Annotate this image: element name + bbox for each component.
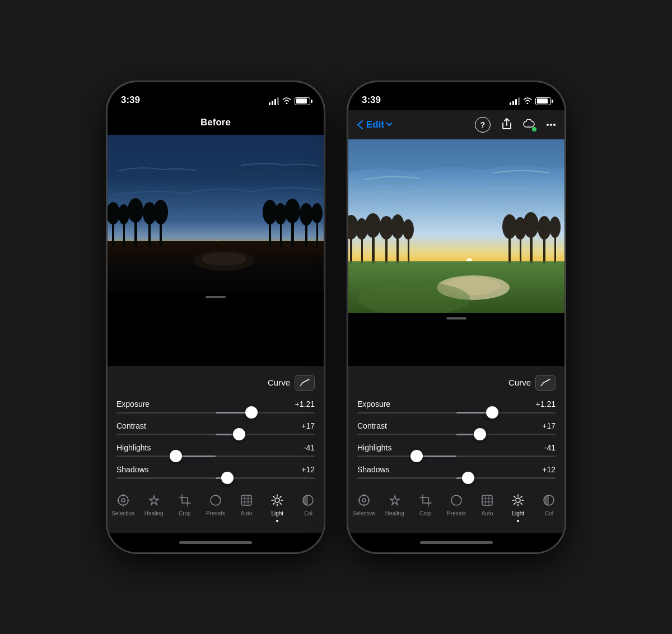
svg-point-63 [403, 219, 414, 239]
black-spacer-right [348, 313, 564, 366]
tool-col-right[interactable]: Col [535, 492, 563, 516]
light-icon-right [510, 492, 526, 508]
nav-bar-right: Edit ? [348, 110, 564, 139]
status-icons-left [269, 97, 310, 106]
svg-point-38 [275, 498, 279, 502]
col-icon-right [541, 492, 557, 508]
curve-button-left[interactable] [295, 375, 315, 391]
status-bar-right: 3:39 [348, 82, 564, 110]
home-bar-left [179, 541, 252, 544]
home-bar-right [420, 541, 493, 544]
edit-dropdown[interactable]: Edit [366, 119, 392, 130]
tool-crop-right[interactable]: Crop [412, 492, 440, 516]
svg-point-19 [284, 199, 300, 223]
selective-icon-right [356, 492, 372, 508]
tool-light-right[interactable]: Light [504, 492, 532, 522]
black-spacer-left [108, 292, 324, 366]
tool-crop-left[interactable]: Crop [171, 492, 199, 516]
tool-selective-left[interactable]: Selective [109, 492, 137, 516]
selective-icon-left [115, 492, 131, 508]
svg-rect-85 [482, 495, 492, 505]
battery-icon-right [535, 97, 551, 105]
tool-auto-left[interactable]: Auto [232, 492, 260, 516]
phone-after: 3:39 [347, 81, 566, 553]
svg-point-90 [516, 498, 520, 502]
photo-after-img [348, 139, 564, 313]
light-label-right: Light [512, 510, 524, 516]
edit-label: Edit [366, 119, 384, 130]
auto-icon-left [239, 492, 254, 508]
back-button[interactable] [357, 120, 363, 129]
cloud-button[interactable] [523, 119, 535, 130]
presets-label-right: Presets [447, 510, 466, 516]
col-label-left: Col [304, 510, 312, 516]
healing-icon-left [146, 492, 162, 508]
svg-point-25 [202, 252, 246, 266]
exposure-slider-left[interactable]: Exposure +1.21 [116, 400, 315, 414]
svg-point-69 [523, 212, 539, 238]
healing-label-left: Healing [144, 510, 164, 516]
status-icons-right [510, 97, 551, 106]
more-button[interactable] [547, 124, 556, 126]
svg-line-97 [521, 496, 522, 497]
light-active-dot-right [517, 520, 519, 522]
toolbar-left: Selective Healing [108, 487, 324, 533]
tool-col-left[interactable]: Col [294, 492, 322, 516]
home-indicator-left [108, 533, 324, 552]
tool-auto-right[interactable]: Auto [473, 492, 501, 516]
contrast-slider-right[interactable]: Contrast +17 [357, 421, 556, 435]
exposure-slider-right[interactable]: Exposure +1.21 [357, 400, 556, 414]
edit-panel-right: Curve Exposure +1.21 [348, 366, 564, 487]
time-left: 3:39 [121, 95, 140, 106]
presets-label-left: Presets [206, 510, 225, 516]
tool-healing-right[interactable]: Healing [381, 492, 409, 516]
tool-healing-left[interactable]: Healing [140, 492, 168, 516]
col-icon-left [300, 492, 316, 508]
svg-point-13 [153, 200, 168, 224]
help-button[interactable]: ? [475, 117, 491, 133]
curve-label-right: Curve [508, 378, 531, 387]
curve-button-right[interactable] [535, 375, 556, 391]
drag-handle-left[interactable] [206, 296, 226, 298]
svg-point-73 [549, 217, 561, 238]
crop-icon-right [418, 492, 433, 508]
before-header: Before [108, 110, 324, 135]
svg-line-96 [521, 502, 522, 504]
phone-before: 3:39 [106, 81, 325, 553]
before-title: Before [200, 117, 231, 128]
svg-rect-33 [241, 495, 251, 505]
highlights-slider-left[interactable]: Highlights -41 [116, 443, 315, 457]
main-container: 3:39 [106, 81, 566, 553]
share-button[interactable] [502, 118, 512, 132]
crop-label-right: Crop [419, 510, 432, 516]
edit-panel-left: Curve Exposure +1.21 [108, 366, 324, 487]
tool-light-left[interactable]: Light [263, 492, 291, 522]
tool-presets-right[interactable]: Presets [442, 492, 470, 516]
battery-icon-left [295, 97, 310, 105]
col-label-right: Col [545, 510, 553, 516]
time-right: 3:39 [362, 95, 381, 106]
photo-before [108, 135, 324, 292]
auto-icon-right [479, 492, 495, 508]
shadows-slider-left[interactable]: Shadows +12 [116, 465, 315, 479]
light-icon-left [269, 492, 285, 508]
light-active-dot-left [276, 520, 278, 522]
home-indicator-right [348, 533, 564, 552]
svg-point-26 [118, 495, 128, 505]
svg-line-95 [514, 496, 515, 497]
shadows-slider-right[interactable]: Shadows +12 [357, 465, 556, 479]
selective-label-right: Selective [352, 510, 375, 516]
presets-icon-right [449, 492, 464, 508]
svg-line-43 [273, 496, 274, 497]
tool-selective-right[interactable]: Selective [350, 492, 378, 516]
wifi-icon-left [282, 97, 291, 106]
svg-point-23 [311, 203, 323, 223]
svg-line-98 [514, 502, 515, 504]
drag-handle-right[interactable] [446, 317, 466, 320]
highlights-slider-right[interactable]: Highlights -41 [357, 443, 556, 457]
svg-line-46 [273, 502, 274, 504]
contrast-slider-left[interactable]: Contrast +17 [116, 421, 315, 435]
svg-point-71 [538, 216, 551, 239]
svg-line-44 [280, 502, 281, 504]
tool-presets-left[interactable]: Presets [202, 492, 230, 516]
